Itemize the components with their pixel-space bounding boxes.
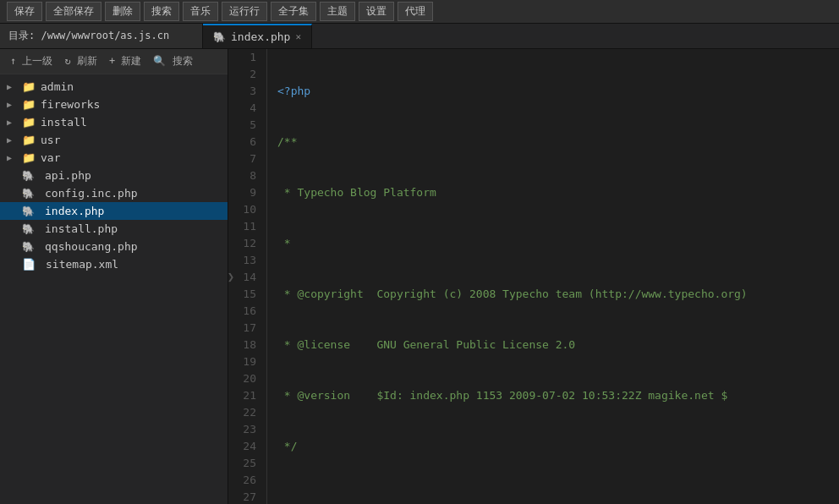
php-icon-qqshoucang: 🐘 bbox=[22, 241, 35, 253]
php-icon-install: 🐘 bbox=[22, 223, 35, 235]
file-tree: ▶ 📁 admin ▶ 📁 fireworks ▶ 📁 install ▶ 📁 … bbox=[0, 74, 228, 504]
all-subset-button[interactable]: 全子集 bbox=[271, 2, 316, 21]
code-line-1: <?php bbox=[277, 83, 839, 100]
file-sitemap-xml-label: sitemap.xml bbox=[46, 258, 118, 271]
folder-usr-label: usr bbox=[41, 134, 60, 146]
php-file-icon: 🐘 bbox=[213, 31, 226, 43]
code-line-2: /** bbox=[277, 134, 839, 151]
folder-usr[interactable]: ▶ 📁 usr bbox=[0, 131, 228, 149]
code-editor[interactable]: <?php /** * Typecho Blog Platform * * @c… bbox=[267, 49, 839, 504]
file-config-inc-php-label: config.inc.php bbox=[45, 187, 138, 200]
proxy-button[interactable]: 代理 bbox=[398, 2, 433, 21]
folder-fireworks[interactable]: ▶ 📁 fireworks bbox=[0, 96, 228, 113]
save-button[interactable]: 保存 bbox=[7, 2, 42, 21]
code-line-5: * @copyright Copyright (c) 2008 Typecho … bbox=[277, 286, 839, 303]
file-qqshoucang-php-label: qqshoucang.php bbox=[45, 240, 138, 253]
file-install-php[interactable]: 🐘 install.php bbox=[0, 220, 228, 238]
refresh-button[interactable]: ↻ 刷新 bbox=[61, 52, 100, 70]
settings-button[interactable]: 设置 bbox=[359, 2, 394, 21]
up-level-button[interactable]: ↑ 上一级 bbox=[7, 52, 56, 70]
folder-admin[interactable]: ▶ 📁 admin bbox=[0, 78, 228, 96]
tab-index-php[interactable]: 🐘 index.php ✕ bbox=[203, 24, 312, 48]
file-index-php-label: index.php bbox=[45, 205, 104, 217]
folder-icon-install: 📁 bbox=[22, 116, 36, 129]
breadcrumb-text: 目录: /www/wwwroot/as.js.cn bbox=[8, 29, 169, 43]
php-icon-api: 🐘 bbox=[22, 170, 35, 182]
new-button[interactable]: + 新建 bbox=[106, 52, 145, 70]
arrow-icon-fireworks: ▶ bbox=[7, 100, 17, 109]
php-icon-index: 🐘 bbox=[22, 205, 35, 217]
folder-var[interactable]: ▶ 📁 var bbox=[0, 149, 228, 167]
run-line-button[interactable]: 运行行 bbox=[222, 2, 267, 21]
arrow-icon-usr: ▶ bbox=[7, 135, 17, 145]
search-button[interactable]: 搜索 bbox=[144, 2, 179, 21]
php-icon-config: 🐘 bbox=[22, 188, 35, 200]
sidebar-actions: ↑ 上一级 ↻ 刷新 + 新建 🔍 搜索 bbox=[0, 49, 228, 74]
folder-icon-fireworks: 📁 bbox=[22, 98, 36, 111]
toolbar: 保存 全部保存 删除 搜索 音乐 运行行 全子集 主题 设置 代理 bbox=[0, 0, 839, 24]
file-install-php-label: install.php bbox=[45, 222, 118, 235]
music-button[interactable]: 音乐 bbox=[183, 2, 218, 21]
folder-var-label: var bbox=[41, 151, 60, 164]
file-sitemap-xml[interactable]: 📄 sitemap.xml bbox=[0, 255, 228, 273]
arrow-icon-var: ▶ bbox=[7, 153, 17, 162]
tab-label: index.php bbox=[231, 30, 290, 43]
folder-fireworks-label: fireworks bbox=[41, 98, 100, 111]
editor-area: 12345 678910 1112131415 1617181920 21222… bbox=[233, 49, 839, 504]
line-numbers: 12345 678910 1112131415 1617181920 21222… bbox=[233, 49, 267, 504]
editor-content[interactable]: 12345 678910 1112131415 1617181920 21222… bbox=[233, 49, 839, 504]
code-line-3: * Typecho Blog Platform bbox=[277, 184, 839, 201]
file-config-inc-php[interactable]: 🐘 config.inc.php bbox=[0, 184, 228, 202]
file-api-php[interactable]: 🐘 api.php bbox=[0, 167, 228, 184]
folder-icon-var: 📁 bbox=[22, 151, 36, 164]
save-all-button[interactable]: 全部保存 bbox=[46, 2, 101, 21]
tabbar: 目录: /www/wwwroot/as.js.cn 🐘 index.php ✕ bbox=[0, 24, 839, 49]
code-line-8: */ bbox=[277, 438, 839, 455]
search-sidebar-button[interactable]: 🔍 搜索 bbox=[150, 52, 195, 70]
breadcrumb: 目录: /www/wwwroot/as.js.cn bbox=[0, 24, 203, 48]
folder-admin-label: admin bbox=[41, 80, 74, 93]
code-line-7: * @version $Id: index.php 1153 2009-07-0… bbox=[277, 387, 839, 404]
tab-close-button[interactable]: ✕ bbox=[295, 31, 301, 42]
theme-button[interactable]: 主题 bbox=[320, 2, 355, 21]
folder-icon-usr: 📁 bbox=[22, 134, 36, 146]
folder-icon-admin: 📁 bbox=[22, 80, 36, 93]
delete-button[interactable]: 删除 bbox=[105, 2, 140, 21]
file-api-php-label: api.php bbox=[45, 169, 91, 182]
arrow-icon-install: ▶ bbox=[7, 118, 17, 127]
xml-icon-sitemap: 📄 bbox=[22, 258, 36, 271]
main-layout: ↑ 上一级 ↻ 刷新 + 新建 🔍 搜索 ▶ 📁 admin ▶ 📁 firew… bbox=[0, 49, 839, 504]
sidebar: ↑ 上一级 ↻ 刷新 + 新建 🔍 搜索 ▶ 📁 admin ▶ 📁 firew… bbox=[0, 49, 228, 504]
code-line-6: * @license GNU General Public License 2.… bbox=[277, 337, 839, 353]
file-qqshoucang-php[interactable]: 🐘 qqshoucang.php bbox=[0, 238, 228, 255]
folder-install[interactable]: ▶ 📁 install bbox=[0, 113, 228, 131]
arrow-icon: ▶ bbox=[7, 82, 17, 91]
code-line-9 bbox=[277, 489, 839, 504]
folder-install-label: install bbox=[41, 116, 87, 129]
file-index-php[interactable]: 🐘 index.php bbox=[0, 202, 228, 220]
code-line-4: * bbox=[277, 235, 839, 252]
